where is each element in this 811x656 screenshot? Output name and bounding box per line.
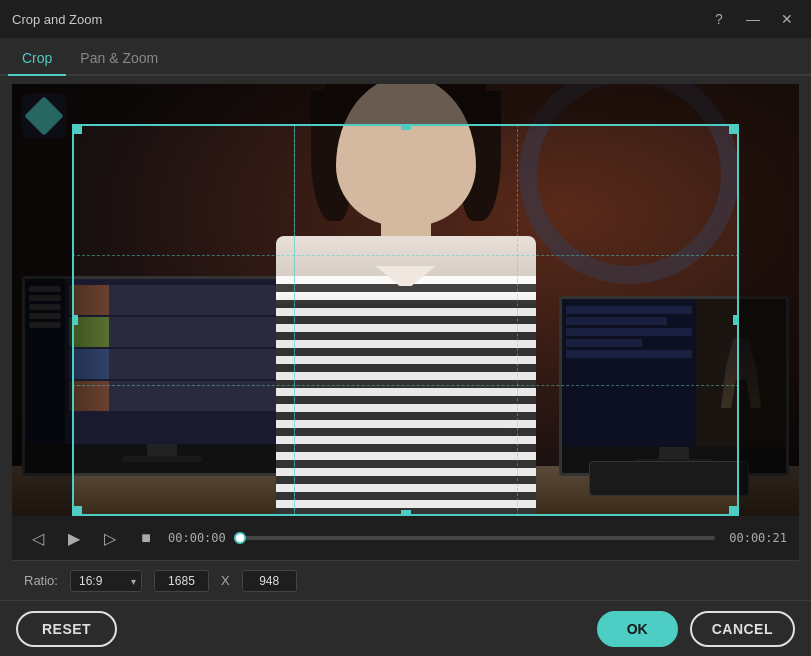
crop-overlay[interactable] [12,84,799,516]
crop-grid-vertical-1 [294,124,295,516]
cancel-button[interactable]: CANCEL [690,611,795,647]
crop-handle-right[interactable] [733,315,739,325]
progress-thumb[interactable] [234,532,246,544]
ratio-select[interactable]: 16:9 4:3 1:1 9:16 Custom [70,570,142,592]
crop-mask-top [12,84,799,124]
titlebar-controls: ? — ✕ [707,7,799,31]
play-button-2[interactable]: ▷ [96,524,124,552]
tab-pan-zoom[interactable]: Pan & Zoom [66,42,172,76]
crop-grid-horizontal-1 [72,255,739,256]
x-separator: X [221,573,230,588]
progress-bar[interactable] [240,536,715,540]
close-button[interactable]: ✕ [775,7,799,31]
crop-handle-left[interactable] [72,315,78,325]
crop-grid-horizontal-2 [72,385,739,386]
crop-handle-bottom[interactable] [401,510,411,516]
time-total: 00:00:21 [727,531,787,545]
frame-back-button[interactable]: ◁ [24,524,52,552]
minimize-button[interactable]: — [741,7,765,31]
play-button[interactable]: ▶ [60,524,88,552]
window-title: Crop and Zoom [12,12,707,27]
footer: RESET OK CANCEL [0,600,811,656]
ratio-label: Ratio: [24,573,58,588]
time-current: 00:00:00 [168,531,228,545]
settings-bar: Ratio: 16:9 4:3 1:1 9:16 Custom ▾ X [12,560,799,600]
crop-mask-left [12,124,72,516]
tab-bar: Crop Pan & Zoom [0,38,811,76]
height-input[interactable] [242,570,297,592]
reset-button[interactable]: RESET [16,611,117,647]
crop-handle-tr[interactable] [729,124,739,134]
titlebar: Crop and Zoom ? — ✕ [0,0,811,38]
footer-right: OK CANCEL [597,611,795,647]
video-area [12,84,799,516]
ok-button[interactable]: OK [597,611,678,647]
width-input[interactable] [154,570,209,592]
tab-crop[interactable]: Crop [8,42,66,76]
playback-controls: ◁ ▶ ▷ ■ 00:00:00 00:00:21 [12,516,799,560]
crop-grid-vertical-2 [517,124,518,516]
crop-handle-top[interactable] [401,124,411,130]
crop-mask-right [739,124,799,516]
ratio-select-wrapper[interactable]: 16:9 4:3 1:1 9:16 Custom ▾ [70,570,142,592]
help-button[interactable]: ? [707,7,731,31]
crop-handle-bl[interactable] [72,506,82,516]
stop-button[interactable]: ■ [132,524,160,552]
window: Crop and Zoom ? — ✕ Crop Pan & Zoom [0,0,811,656]
crop-handle-br[interactable] [729,506,739,516]
crop-handle-tl[interactable] [72,124,82,134]
crop-border[interactable] [72,124,739,516]
